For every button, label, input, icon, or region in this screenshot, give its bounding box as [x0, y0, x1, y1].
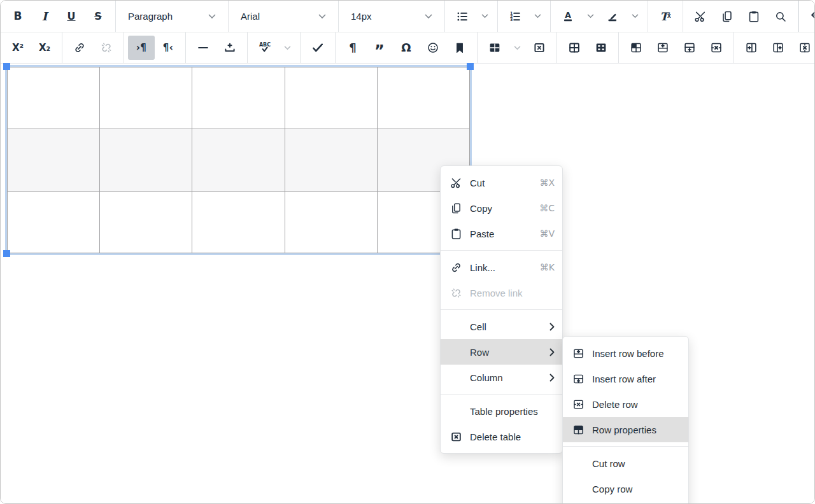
numbered-list-dropdown-button[interactable] — [528, 4, 546, 29]
insert-column-before-button[interactable] — [738, 36, 765, 60]
copy-icon — [720, 10, 734, 24]
table-cell[interactable] — [285, 67, 377, 129]
menu-item-paste[interactable]: Paste ⌘V — [441, 221, 562, 246]
check-group — [301, 32, 336, 63]
highlight-color-button[interactable] — [599, 4, 626, 29]
table-cell[interactable] — [100, 191, 192, 253]
table-column-group — [734, 32, 815, 63]
checkmark-button[interactable] — [304, 36, 331, 60]
undo-button[interactable] — [803, 4, 815, 29]
underline-button[interactable]: U — [58, 4, 85, 29]
text-color-dropdown-button[interactable] — [581, 4, 599, 29]
menu-item-cell[interactable]: Cell — [441, 314, 562, 339]
menu-item-label: Insert row before — [592, 348, 664, 359]
strikethrough-button[interactable]: S — [85, 4, 111, 29]
context-menu: Cut ⌘X Copy ⌘C Paste ⌘V — [440, 165, 563, 454]
insert-column-after-button[interactable] — [765, 36, 791, 60]
clipboard-icon — [448, 227, 464, 241]
resize-handle-bottom-left[interactable] — [3, 250, 10, 257]
menu-item-delete-row[interactable]: Delete row — [563, 391, 688, 417]
paragraph-marks-button[interactable]: ¶ — [339, 36, 366, 60]
menu-item-copy[interactable]: Copy ⌘C — [441, 195, 562, 221]
paste-button[interactable] — [741, 4, 767, 29]
special-character-button[interactable]: Ω — [393, 36, 420, 60]
spellcheck-button[interactable]: ABC — [252, 36, 278, 60]
insert-row-before-button[interactable] — [649, 36, 676, 60]
resize-handle-top-left[interactable] — [3, 63, 10, 70]
menu-item-column[interactable]: Column — [441, 365, 562, 390]
table-cell[interactable] — [8, 191, 100, 253]
bullet-list-dropdown-button[interactable] — [476, 4, 493, 29]
table-cell[interactable] — [377, 67, 469, 129]
insert-link-button[interactable] — [66, 36, 93, 60]
bold-button[interactable]: B — [4, 4, 31, 29]
menu-separator — [563, 446, 688, 447]
table-cell[interactable] — [192, 129, 285, 191]
insert-table-button[interactable] — [481, 36, 508, 60]
menu-item-link[interactable]: Link... ⌘K — [441, 255, 562, 280]
copy-button[interactable] — [714, 4, 741, 29]
numbered-list-button[interactable]: 1 2 3 — [502, 4, 528, 29]
delete-row-button[interactable] — [703, 36, 730, 60]
table-cell-properties-button[interactable] — [623, 36, 649, 60]
paragraph-style-select[interactable]: Paragraph — [120, 4, 224, 29]
remove-link-button[interactable] — [93, 36, 120, 60]
table-cell[interactable] — [8, 67, 100, 129]
menu-item-row-properties[interactable]: Row properties — [563, 417, 688, 442]
menu-item-copy-row[interactable]: Copy row — [563, 476, 688, 501]
insert-table-dropdown-button[interactable] — [508, 36, 526, 60]
menu-item-cut[interactable]: Cut ⌘X — [441, 170, 562, 195]
selected-table[interactable] — [7, 67, 470, 253]
font-family-select[interactable]: Arial — [232, 4, 334, 29]
table-cell[interactable] — [8, 129, 100, 191]
bullet-list-button[interactable] — [449, 4, 476, 29]
insert-row-after-button[interactable] — [676, 36, 703, 60]
highlight-color-dropdown-button[interactable] — [626, 4, 644, 29]
anchor-bookmark-button[interactable] — [446, 36, 473, 60]
delete-table-button[interactable] — [526, 36, 553, 60]
resize-handle-top-right[interactable] — [467, 63, 474, 70]
ltr-button[interactable]: ›¶ — [128, 36, 155, 60]
ltr-icon: ›¶ — [136, 43, 147, 53]
clear-formatting-button[interactable]: Tx — [652, 4, 679, 29]
svg-text:3: 3 — [510, 17, 513, 22]
delete-column-button[interactable] — [791, 36, 815, 60]
text-color-button[interactable]: A — [555, 4, 581, 29]
table-cell[interactable] — [100, 129, 192, 191]
menu-item-insert-row-after[interactable]: Insert row after — [563, 366, 688, 391]
subscript-button[interactable]: X₂ — [31, 36, 58, 60]
table-cell[interactable] — [100, 67, 192, 129]
table-cell[interactable] — [285, 129, 377, 191]
cut-button[interactable] — [687, 4, 714, 29]
table-row-properties-button[interactable] — [588, 36, 614, 60]
blockquote-button[interactable]: ” — [366, 36, 393, 60]
superscript-button[interactable]: X² — [4, 36, 31, 60]
menu-item-row[interactable]: Row — [441, 339, 562, 365]
insert-row-after-icon — [570, 372, 586, 386]
menu-item-shortcut: ⌘V — [539, 228, 555, 239]
emoji-button[interactable] — [420, 36, 446, 60]
page-break-button[interactable] — [216, 36, 243, 60]
table-icon — [488, 41, 502, 55]
menu-item-table-properties[interactable]: Table properties — [441, 398, 562, 424]
clipboard-icon — [747, 10, 761, 24]
editor-canvas[interactable]: Cut ⌘X Copy ⌘C Paste ⌘V — [1, 64, 814, 504]
table-properties-button[interactable] — [561, 36, 588, 60]
spellcheck-dropdown-button[interactable] — [278, 36, 296, 60]
chevron-down-icon — [208, 14, 216, 19]
menu-item-remove-link[interactable]: Remove link — [441, 280, 562, 305]
unlink-icon — [99, 41, 113, 55]
search-button[interactable] — [767, 4, 794, 29]
unlink-icon — [448, 286, 464, 300]
menu-item-insert-row-before[interactable]: Insert row before — [563, 340, 688, 366]
menu-item-paste-row-before[interactable]: Paste row before — [563, 501, 688, 504]
horizontal-rule-button[interactable] — [190, 36, 216, 60]
menu-item-delete-table[interactable]: Delete table — [441, 424, 562, 449]
rtl-button[interactable]: ¶‹ — [155, 36, 181, 60]
table-cell[interactable] — [285, 191, 377, 253]
font-size-select[interactable]: 14px — [343, 4, 441, 29]
italic-button[interactable]: I — [31, 4, 58, 29]
menu-item-cut-row[interactable]: Cut row — [563, 451, 688, 476]
table-cell[interactable] — [192, 191, 285, 253]
table-cell[interactable] — [192, 67, 285, 129]
